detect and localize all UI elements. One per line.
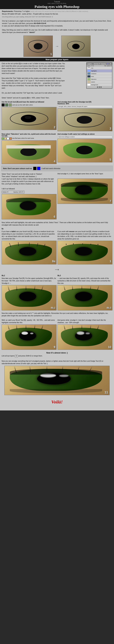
smudge-eyelash-text: Now take your Smudge Tool [R]. For the u… bbox=[2, 277, 57, 284]
h2-lash-3 bbox=[82, 324, 82, 328]
step8a-tablet-image: 8a bbox=[2, 241, 57, 264]
layer-row-lines[interactable]: lines bbox=[87, 75, 112, 78]
smudge-eyelash-col: 8b,2 Now take your Smudge Tool [R]. For … bbox=[2, 274, 57, 310]
link-icon: ⛓ bbox=[15, 355, 18, 358]
requirements-text: Photoshop 7 or higher (works with every … bbox=[2, 10, 88, 15]
darken-text: Select "lines" now and set its blending … bbox=[2, 173, 57, 190]
eraser-text: ← and now take the Eraser [E], opacity 1… bbox=[57, 277, 112, 284]
pure-color-examples bbox=[33, 167, 40, 170]
step-number-4: 4 bbox=[54, 160, 55, 163]
highlight-2 bbox=[30, 332, 33, 334]
dot-1 bbox=[66, 244, 67, 245]
step8b3-label: 8b,3 bbox=[57, 274, 112, 277]
mouse-heading: If you work with mouse use your brush to… bbox=[57, 230, 112, 240]
step8a-section: 8a If you have a tablet use your brush t… bbox=[0, 227, 114, 265]
layers-section: Click on the set symbol (1) to create a … bbox=[0, 61, 114, 100]
step4-eye-image: 4 bbox=[2, 140, 57, 164]
step9-eye-image: 9 bbox=[2, 324, 57, 350]
layer-row-highlights[interactable]: highlights bbox=[87, 70, 112, 72]
mouse-col: If you work with mouse use your brush to… bbox=[57, 230, 112, 264]
down-arrow-icon: → bbox=[54, 266, 60, 273]
arrow-icon: → bbox=[54, 44, 60, 48]
dot-5 bbox=[98, 244, 98, 245]
almost-done-text: Link all eye layers ⛓ and press Shift+E … bbox=[2, 355, 112, 365]
sketch-image: 1 bbox=[23, 36, 53, 57]
smudged-lash-3 bbox=[26, 285, 26, 290]
layers-panel-title: Layers bbox=[87, 63, 92, 65]
smudge-options: Strength: 80% | Mode: Normal | Sample Al… bbox=[57, 105, 112, 108]
step9-num: 9 bbox=[54, 346, 55, 349]
brush-trace-heading: Use the brush tool [B] and trace the ske… bbox=[2, 101, 57, 103]
mode-label: Darken ▼ bbox=[2, 191, 8, 193]
step7-eye-image: 7 bbox=[57, 178, 112, 204]
erased-lash-3 bbox=[82, 285, 82, 289]
sketch-image-row: 1 → bbox=[0, 34, 114, 58]
page-wrapper: Tutorial Well, rather a how-I-do-thing. … bbox=[0, 0, 114, 410]
flatcolor-smudge-options: Same tool settings as above bbox=[57, 136, 112, 138]
layer-row-shadows[interactable]: shadows bbox=[87, 72, 112, 75]
flatcolor-smudge-col: And smudge it with same tool settings as… bbox=[57, 133, 112, 164]
step-number-6: 6 bbox=[54, 215, 55, 218]
page-title: Painting eyes with Photoshop bbox=[0, 4, 114, 9]
prepare-layers-heading: Now prepare your layers bbox=[0, 58, 114, 61]
layer-row-background[interactable]: background bbox=[87, 84, 112, 86]
step2-eye-image: 2 bbox=[2, 107, 57, 130]
flatcolor-section: Now select "flatcolors" and color iris, … bbox=[0, 132, 114, 165]
sketch-text: Okay, first thing you need is a sketch f… bbox=[2, 29, 112, 34]
tip-text: One tip in advance: you might not know t… bbox=[2, 20, 112, 27]
layer-row-ctrl[interactable]: Ctrl Ctrl bbox=[87, 67, 112, 70]
layer-label-flatcolors: flatcolors bbox=[91, 78, 96, 80]
swatch-yellow bbox=[4, 138, 6, 140]
swatch-green bbox=[2, 138, 4, 140]
layers-panel-header: Lock: □ ✦ ∂ Fill: 100% ▼ bbox=[87, 65, 112, 67]
smudge-col: And smudge them with the Smudge tool [R]… bbox=[57, 101, 112, 131]
layer-row-sketch[interactable]: sketch bbox=[87, 80, 112, 84]
erased-lash-1 bbox=[64, 286, 65, 290]
blend-mode-row: Darken ▼ Opacity: 100% ▼ bbox=[2, 191, 23, 193]
layer-label-sketch: sketch bbox=[91, 81, 95, 83]
flatcolor-note: Use flat base colors for each area bbox=[12, 138, 34, 140]
layer-label-highlights: highlights bbox=[91, 70, 97, 72]
h-lash-5 bbox=[41, 325, 43, 329]
step8b2-image: 8b,2 bbox=[2, 285, 57, 310]
top-label: Tutorial bbox=[0, 1, 114, 2]
step-number-3: 3 bbox=[110, 127, 111, 130]
erased-lash-2 bbox=[72, 285, 73, 290]
step8a-num: 8a bbox=[52, 259, 55, 264]
swatch-white bbox=[7, 138, 9, 140]
tablet-col: If you have a tablet use your brush tool… bbox=[2, 230, 57, 264]
step-number-7: 7 bbox=[110, 200, 111, 203]
highlights-brush-text: Well, so catch your Brush Tool [B], opac… bbox=[2, 319, 57, 324]
step8b-section: 8b,2 Now take your Smudge Tool [R]. For … bbox=[0, 274, 114, 311]
shadows-col: Select "lines" now and set its blending … bbox=[2, 173, 57, 219]
step8b3-image: 8b,3 bbox=[57, 285, 112, 310]
brush-tip: and use as line with dark colors bbox=[12, 104, 33, 106]
brush-color-row: and use as line with dark colors bbox=[2, 104, 57, 106]
layer-label-ctrl: Ctrl bbox=[91, 68, 93, 69]
swatch-black bbox=[2, 104, 4, 106]
swatch-dark-green bbox=[5, 104, 8, 106]
layer-label-lines: lines bbox=[91, 76, 94, 77]
smudge-heading: And smudge them with the Smudge tool [R]… bbox=[57, 101, 112, 104]
layer-row-flatcolors[interactable]: flatcolors bbox=[87, 78, 112, 80]
example-blue bbox=[37, 167, 40, 170]
layer-label-shadows: shadows bbox=[91, 73, 96, 74]
top-sub: Well, rather a how-I-do-thing. bbox=[0, 2, 114, 4]
h-lash-2 bbox=[16, 324, 17, 329]
eraser-col: 8b,3 ← and now take the Eraser [E], opac… bbox=[57, 274, 112, 310]
note-english: One thing before you start reading: ENGL… bbox=[2, 16, 112, 18]
layers-text: Click on the set symbol (1) to create a … bbox=[2, 62, 65, 99]
highlight-1 bbox=[21, 332, 28, 334]
step5-eye-image: 5 bbox=[57, 139, 112, 162]
h2-lash-5 bbox=[97, 325, 99, 329]
layers-panel-area: Layers Normal ▼ Opacity: 80% ▼ Lock: □ ✦… bbox=[67, 62, 112, 99]
dot-3 bbox=[82, 244, 83, 244]
step-number-sketch: 1 bbox=[50, 52, 52, 56]
note-text: Note: Don't use pure colours such as bbox=[3, 168, 32, 170]
highlight-smudged-2 bbox=[86, 332, 90, 334]
step11-num: 11 bbox=[105, 390, 108, 394]
step11-eye-image: 11 bbox=[4, 366, 110, 395]
swatch-mid-green bbox=[9, 104, 12, 106]
step8b2-label: 8b,2 bbox=[2, 274, 57, 277]
note-pure-colors: Note: Don't use pure colours such as it … bbox=[1, 166, 113, 171]
